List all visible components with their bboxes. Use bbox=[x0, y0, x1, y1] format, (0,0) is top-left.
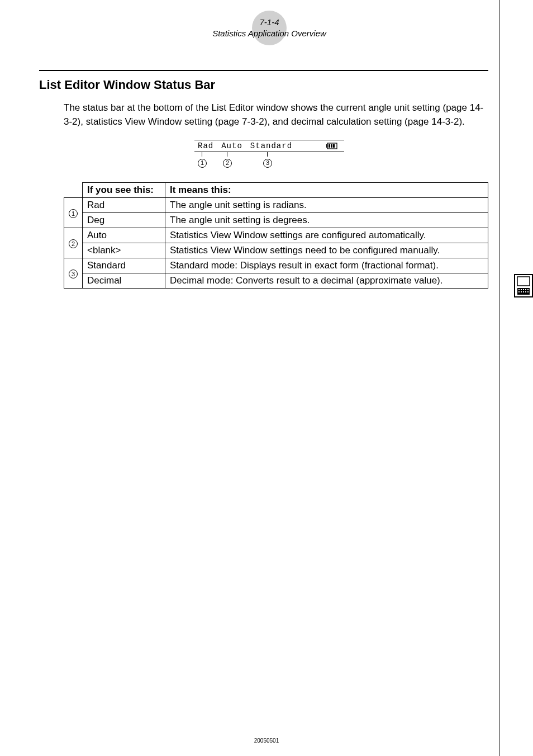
svg-rect-3 bbox=[331, 144, 332, 148]
status-labels: 1 2 3 bbox=[194, 158, 344, 169]
section-title: List Editor Window Status Bar bbox=[39, 78, 499, 92]
svg-rect-4 bbox=[333, 144, 335, 148]
footer-date: 20050501 bbox=[254, 738, 279, 744]
status-tick-marks bbox=[194, 152, 344, 158]
table-means-cell: Statistics View Window settings are conf… bbox=[165, 228, 488, 243]
svg-rect-9 bbox=[521, 289, 522, 290]
table-see-cell: <blank> bbox=[83, 243, 165, 258]
table-means-cell: Statistics View Window settings need to … bbox=[165, 243, 488, 258]
status-label-1: 1 bbox=[198, 159, 207, 168]
table-header-means: It means this: bbox=[165, 183, 488, 198]
table-num-cell: 1 bbox=[64, 198, 83, 228]
svg-rect-17 bbox=[527, 291, 529, 292]
status-bar-display: Rad Auto Standard bbox=[194, 140, 344, 152]
table-header-see: If you see this: bbox=[83, 183, 165, 198]
table-see-cell: Decimal bbox=[83, 273, 165, 289]
svg-rect-1 bbox=[326, 144, 327, 148]
header-subtitle: Statistics Application Overview bbox=[212, 28, 326, 39]
svg-rect-13 bbox=[518, 291, 520, 292]
battery-icon bbox=[326, 143, 339, 149]
table-num-cell: 3 bbox=[64, 258, 83, 289]
table-means-cell: Decimal mode: Converts result to a decim… bbox=[165, 273, 488, 289]
svg-rect-8 bbox=[518, 289, 520, 290]
table-row: Decimal Decimal mode: Converts result to… bbox=[64, 273, 488, 289]
table-see-cell: Standard bbox=[83, 258, 165, 273]
svg-rect-6 bbox=[517, 277, 530, 286]
svg-rect-15 bbox=[523, 291, 524, 292]
status-bar-figure: Rad Auto Standard bbox=[39, 140, 499, 169]
status-item-auto: Auto bbox=[221, 141, 242, 150]
status-item-rad: Rad bbox=[198, 141, 213, 150]
table-row: Deg The angle unit setting is degrees. bbox=[64, 213, 488, 228]
svg-rect-16 bbox=[525, 291, 526, 292]
table-num-cell: 2 bbox=[64, 228, 83, 258]
svg-rect-2 bbox=[329, 144, 330, 148]
table-means-cell: Standard mode: Displays result in exact … bbox=[165, 258, 488, 273]
table-row: 1 Rad The angle unit setting is radians. bbox=[64, 198, 488, 213]
table-empty-header bbox=[64, 183, 83, 198]
table-see-cell: Auto bbox=[83, 228, 165, 243]
section-divider bbox=[39, 70, 488, 71]
table-row: 3 Standard Standard mode: Displays resul… bbox=[64, 258, 488, 273]
right-page-border bbox=[499, 0, 499, 756]
svg-rect-11 bbox=[525, 289, 526, 290]
status-label-2: 2 bbox=[223, 159, 232, 168]
svg-rect-10 bbox=[523, 289, 524, 290]
table-see-cell: Rad bbox=[83, 198, 165, 213]
status-item-standard: Standard bbox=[250, 141, 292, 150]
table-header-row: If you see this: It means this: bbox=[64, 183, 488, 198]
table-see-cell: Deg bbox=[83, 213, 165, 228]
header-page-number: 7-1-4 bbox=[212, 17, 326, 28]
page-header: 7-1-4 Statistics Application Overview bbox=[39, 17, 499, 39]
table-means-cell: The angle unit setting is degrees. bbox=[165, 213, 488, 228]
status-meanings-table: If you see this: It means this: 1 Rad Th… bbox=[64, 182, 488, 289]
table-row: 2 Auto Statistics View Window settings a… bbox=[64, 228, 488, 243]
table-means-cell: The angle unit setting is radians. bbox=[165, 198, 488, 213]
svg-rect-14 bbox=[521, 291, 522, 292]
svg-rect-12 bbox=[527, 289, 529, 290]
status-label-3: 3 bbox=[263, 159, 272, 168]
calculator-icon bbox=[514, 274, 533, 300]
table-row: <blank> Statistics View Window settings … bbox=[64, 243, 488, 258]
section-body-text: The status bar at the bottom of the List… bbox=[64, 101, 488, 129]
